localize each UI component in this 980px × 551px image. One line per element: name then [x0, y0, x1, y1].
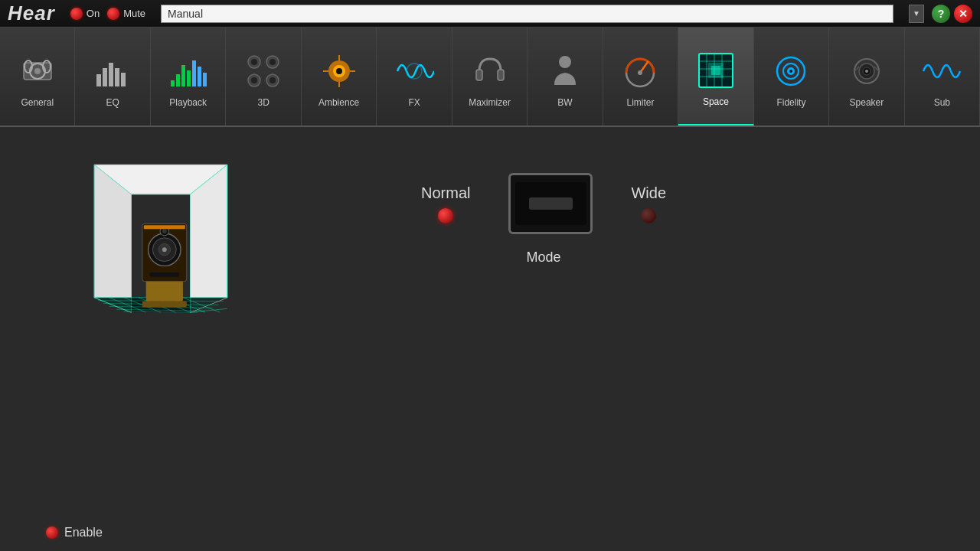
tab-playback[interactable]: Playback — [151, 28, 226, 126]
mode-text: Mode — [527, 249, 561, 266]
playback-label: Playback — [169, 97, 207, 108]
svg-point-90 — [162, 247, 167, 252]
enable-dot — [46, 527, 58, 539]
mode-screen-bar — [529, 197, 572, 210]
tab-sub[interactable]: Sub — [905, 28, 980, 126]
svg-point-57 — [865, 70, 868, 73]
svg-point-28 — [336, 68, 342, 74]
tab-eq[interactable]: EQ — [75, 28, 150, 126]
svg-point-21 — [270, 59, 276, 65]
space-icon — [693, 47, 739, 93]
speaker-label: Speaker — [850, 97, 884, 108]
svg-rect-7 — [109, 63, 113, 86]
space-label: Space — [703, 96, 729, 107]
ambience-icon — [316, 48, 362, 94]
svg-rect-93 — [150, 272, 180, 277]
tab-bw[interactable]: BW — [528, 28, 603, 126]
mode-controls: Normal Wide Mode — [421, 173, 666, 266]
3d-label: 3D — [257, 97, 269, 108]
limiter-label: Limiter — [626, 97, 654, 108]
3d-icon — [240, 48, 286, 94]
svg-point-36 — [559, 56, 571, 68]
fidelity-label: Fidelity — [776, 97, 805, 108]
sub-icon — [919, 48, 965, 94]
mode-options: Normal Wide — [421, 173, 666, 234]
close-button[interactable]: ✕ — [954, 5, 972, 23]
tab-3d[interactable]: 3D — [226, 28, 301, 126]
eq-icon — [90, 48, 136, 94]
normal-indicator — [438, 208, 453, 223]
normal-label: Normal — [421, 184, 470, 202]
svg-rect-9 — [121, 73, 126, 86]
svg-rect-5 — [96, 74, 101, 86]
on-label: On — [87, 8, 100, 19]
limiter-icon — [617, 48, 663, 94]
header: Hear On Mute ▼ ? ✕ — [0, 0, 980, 28]
fx-icon — [391, 48, 437, 94]
sub-label: Sub — [934, 97, 950, 108]
svg-point-53 — [789, 70, 792, 73]
mute-label: Mute — [123, 8, 145, 19]
svg-point-25 — [270, 77, 276, 83]
svg-rect-85 — [142, 302, 187, 308]
enable-button[interactable]: Enable — [46, 526, 103, 540]
svg-point-92 — [162, 229, 167, 233]
dropdown-arrow[interactable]: ▼ — [909, 5, 924, 23]
tab-space[interactable]: Space — [678, 28, 753, 126]
on-button[interactable]: On — [70, 8, 100, 20]
svg-rect-35 — [498, 70, 504, 80]
speaker-icon — [844, 48, 890, 94]
svg-rect-15 — [192, 60, 196, 86]
svg-rect-14 — [187, 70, 191, 86]
svg-rect-94 — [144, 225, 185, 229]
fidelity-icon — [768, 48, 814, 94]
svg-rect-8 — [115, 68, 119, 86]
svg-point-19 — [251, 59, 257, 65]
tab-speaker[interactable]: Speaker — [829, 28, 904, 126]
tab-fx[interactable]: FX — [377, 28, 452, 126]
fx-label: FX — [408, 97, 420, 108]
wide-label: Wide — [631, 184, 666, 202]
bw-icon — [542, 48, 588, 94]
wide-indicator — [641, 208, 656, 223]
mute-button[interactable]: Mute — [107, 8, 145, 20]
svg-point-2 — [34, 68, 41, 74]
room-visualization — [46, 150, 276, 357]
general-label: General — [21, 97, 54, 108]
manual-input-container — [161, 5, 893, 23]
header-right-buttons: ? ✕ — [932, 5, 972, 23]
tab-fidelity[interactable]: Fidelity — [754, 28, 829, 126]
general-icon — [15, 48, 60, 94]
svg-point-23 — [251, 77, 257, 83]
tab-ambience[interactable]: Ambience — [302, 28, 377, 126]
svg-rect-13 — [181, 65, 185, 86]
help-button[interactable]: ? — [932, 5, 950, 23]
maximizer-label: Maximizer — [469, 97, 511, 108]
tab-general[interactable]: General — [0, 28, 75, 126]
tab-limiter[interactable]: Limiter — [603, 28, 678, 126]
app-title: Hear — [8, 2, 55, 25]
normal-mode-option[interactable]: Normal — [421, 184, 470, 223]
svg-point-33 — [407, 64, 422, 79]
svg-rect-17 — [203, 73, 207, 86]
eq-label: EQ — [106, 97, 119, 108]
maximizer-icon — [467, 48, 513, 94]
main-content: Normal Wide Mode Enable — [0, 127, 980, 551]
mode-screen-inner — [515, 182, 587, 225]
on-indicator — [70, 8, 83, 20]
ambience-label: Ambience — [318, 97, 359, 108]
svg-rect-49 — [711, 66, 720, 75]
tab-maximizer[interactable]: Maximizer — [452, 28, 528, 126]
tab-bar: General EQ — [0, 28, 980, 127]
manual-input[interactable] — [161, 5, 893, 23]
svg-rect-11 — [171, 80, 175, 86]
playback-icon — [165, 48, 211, 94]
svg-point-39 — [638, 70, 642, 75]
svg-rect-34 — [476, 70, 482, 80]
svg-rect-6 — [103, 68, 107, 86]
wide-mode-option[interactable]: Wide — [631, 184, 666, 223]
svg-rect-16 — [198, 67, 201, 86]
bw-label: BW — [557, 97, 572, 108]
enable-label: Enable — [64, 526, 103, 540]
svg-rect-12 — [176, 74, 180, 86]
